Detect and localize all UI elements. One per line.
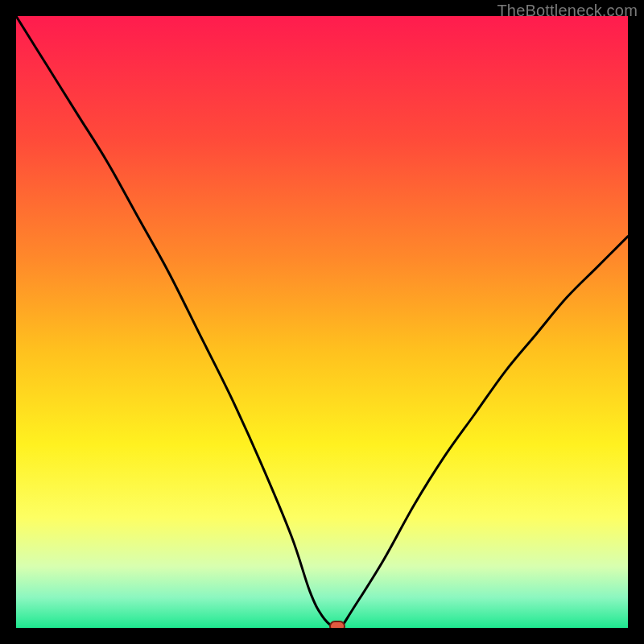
chart-frame: TheBottleneck.com bbox=[0, 0, 644, 644]
watermark-text: TheBottleneck.com bbox=[497, 2, 638, 20]
optimal-marker bbox=[330, 621, 345, 628]
plot-area bbox=[16, 16, 628, 628]
gradient-bg bbox=[16, 16, 628, 628]
chart-svg bbox=[16, 16, 628, 628]
